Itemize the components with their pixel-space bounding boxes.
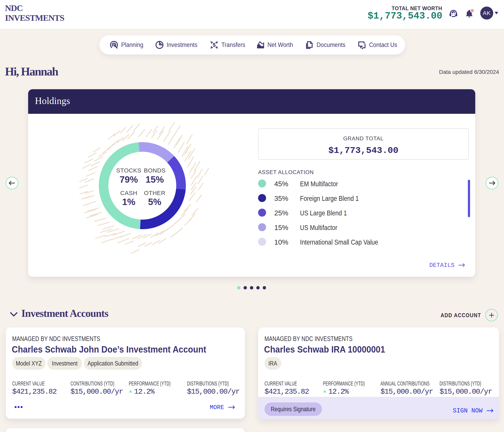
svg-text:$: $ — [213, 42, 216, 48]
